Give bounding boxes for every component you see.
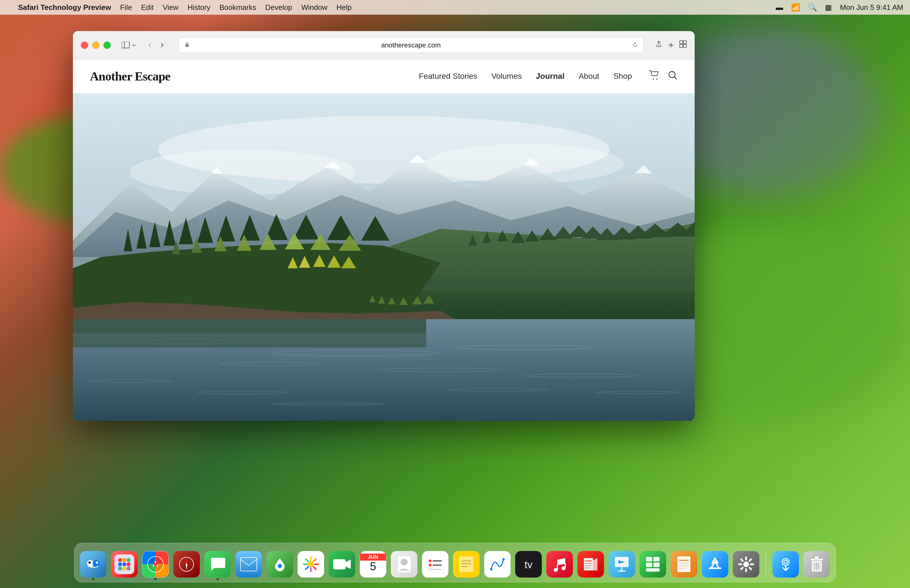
nav-about[interactable]: About xyxy=(578,72,599,81)
search-svg xyxy=(667,70,678,80)
launchpad-icon-svg xyxy=(115,554,134,574)
svg-rect-0 xyxy=(121,42,130,48)
close-button[interactable] xyxy=(81,42,88,49)
svg-rect-162 xyxy=(748,558,752,562)
svg-point-7 xyxy=(653,79,654,80)
dock-item-keynote[interactable] xyxy=(609,551,635,578)
hero-svg xyxy=(73,93,695,421)
menu-develop[interactable]: Develop xyxy=(266,3,292,12)
share-button[interactable] xyxy=(655,40,662,50)
nav-journal[interactable]: Journal xyxy=(536,72,564,81)
svg-point-112 xyxy=(308,561,314,567)
safari-icon-svg xyxy=(146,554,165,574)
menu-history[interactable]: History xyxy=(188,3,210,12)
dock-item-reminders[interactable] xyxy=(422,551,449,578)
calendar-date: 5 xyxy=(370,561,376,572)
dock-item-numbers[interactable] xyxy=(640,551,666,578)
dock-item-music[interactable] xyxy=(546,551,573,578)
trash-icon-svg xyxy=(809,555,824,573)
dock-item-mail[interactable] xyxy=(235,551,262,578)
address-bar[interactable]: anotherescape.com xyxy=(179,37,644,53)
cart-svg xyxy=(649,70,660,80)
finder-dot xyxy=(92,578,94,580)
freeform-icon-svg xyxy=(488,555,507,573)
svg-point-125 xyxy=(429,559,432,562)
dock-item-notes[interactable] xyxy=(453,551,479,578)
sidebar-icon xyxy=(121,42,130,48)
site-nav-actions xyxy=(649,70,678,82)
safari-dot xyxy=(154,578,157,580)
nav-volumes[interactable]: Volumes xyxy=(491,72,522,81)
menu-window[interactable]: Window xyxy=(301,3,327,12)
svg-point-87 xyxy=(93,560,99,567)
dock-item-safari[interactable] xyxy=(142,551,169,578)
new-tab-button[interactable]: + xyxy=(668,40,674,50)
dock-item-system-preferences[interactable] xyxy=(733,551,759,578)
contacts-icon-svg xyxy=(396,555,412,573)
nav-featured-stories[interactable]: Featured Stories xyxy=(419,72,477,81)
svg-rect-168 xyxy=(740,558,744,562)
svg-rect-6 xyxy=(683,44,687,47)
dock-item-photos[interactable] xyxy=(298,551,324,578)
dock-item-appletv[interactable]: tv xyxy=(515,551,542,578)
svg-rect-4 xyxy=(683,41,687,44)
dock-item-pages[interactable] xyxy=(670,551,697,578)
minimize-button[interactable] xyxy=(92,42,99,49)
svg-rect-154 xyxy=(646,568,660,572)
search-icon[interactable] xyxy=(667,70,678,82)
svg-rect-165 xyxy=(745,568,747,572)
url-display[interactable]: anotherescape.com xyxy=(193,41,629,49)
menu-bookmarks[interactable]: Bookmarks xyxy=(219,3,256,12)
svg-rect-121 xyxy=(333,559,346,569)
svg-rect-2 xyxy=(185,44,189,47)
svg-rect-3 xyxy=(680,41,683,44)
menu-view[interactable]: View xyxy=(163,3,179,12)
back-button[interactable] xyxy=(145,40,155,50)
cart-icon[interactable] xyxy=(649,70,660,82)
airdrop-icon-svg xyxy=(777,555,794,573)
news-icon-svg xyxy=(581,556,600,573)
svg-rect-118 xyxy=(304,566,309,570)
nav-shop[interactable]: Shop xyxy=(614,72,632,81)
dock-item-launchpad[interactable] xyxy=(111,551,138,578)
dock-item-contacts[interactable] xyxy=(391,551,418,578)
site-logo[interactable]: Another Escape xyxy=(90,69,170,84)
menu-bar-left: Safari Technology Preview File Edit View… xyxy=(7,3,351,12)
facetime-icon-svg xyxy=(333,557,351,572)
dock-item-compass[interactable] xyxy=(173,551,200,578)
maximize-button[interactable] xyxy=(104,42,111,49)
dock-item-calendar[interactable]: JUN 5 xyxy=(360,551,386,578)
reload-icon[interactable] xyxy=(632,41,638,49)
svg-point-136 xyxy=(502,558,505,561)
photos-icon-svg xyxy=(301,555,320,573)
dock-item-freeform[interactable] xyxy=(484,551,511,578)
svg-point-98 xyxy=(122,567,126,570)
app-name[interactable]: Safari Technology Preview xyxy=(18,3,111,12)
dock-item-airdrop[interactable] xyxy=(772,551,799,578)
dock-item-finder[interactable] xyxy=(80,551,107,578)
dock-item-appstore[interactable] xyxy=(702,551,728,578)
forward-button[interactable] xyxy=(157,40,167,50)
appstore-icon-svg xyxy=(706,555,724,573)
messages-dot xyxy=(217,578,219,580)
dock-item-messages[interactable] xyxy=(204,551,231,578)
dock-item-news[interactable] xyxy=(577,551,604,578)
svg-point-9 xyxy=(669,71,675,78)
svg-rect-152 xyxy=(646,562,652,567)
search-menubar-icon[interactable]: 🔍 xyxy=(808,3,817,12)
dock-item-maps[interactable] xyxy=(267,551,293,578)
system-prefs-icon-svg xyxy=(737,555,755,573)
menu-edit[interactable]: Edit xyxy=(141,3,154,12)
tab-overview-button[interactable] xyxy=(679,40,687,50)
svg-point-135 xyxy=(490,568,492,570)
control-center-icon[interactable]: ▦ xyxy=(825,3,832,12)
dock-item-trash[interactable] xyxy=(803,551,830,578)
menu-file[interactable]: File xyxy=(120,3,132,12)
svg-point-92 xyxy=(122,558,126,562)
dock-item-facetime[interactable] xyxy=(329,551,355,578)
svg-point-111 xyxy=(278,564,282,568)
menu-help[interactable]: Help xyxy=(336,3,351,12)
dock-separator xyxy=(766,553,766,576)
svg-rect-113 xyxy=(310,556,312,561)
sidebar-toggle[interactable] xyxy=(121,42,136,48)
